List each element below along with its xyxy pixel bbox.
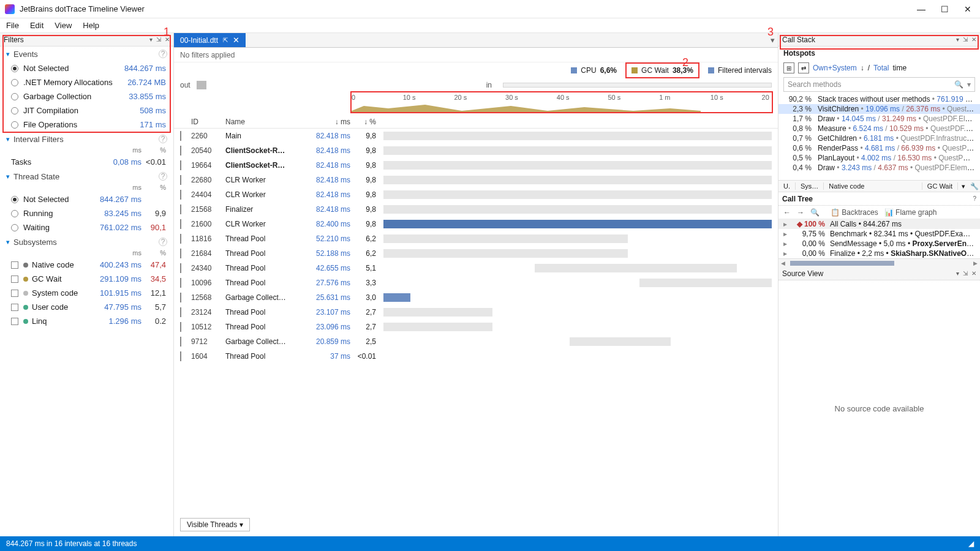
thread-row[interactable]: 2260Main82.418 ms9,8 xyxy=(174,129,778,143)
thread-row[interactable]: 1604Thread Pool37 ms<0.01 xyxy=(174,349,778,364)
threadstate-0[interactable]: Not Selected844.267 ms xyxy=(0,192,173,206)
sourceview-pin-icon[interactable]: ⇲ xyxy=(963,270,968,277)
thread-row[interactable]: 9712Garbage Collect…20.859 ms2,5 xyxy=(174,334,778,349)
expand-icon[interactable]: ▸ xyxy=(783,239,791,248)
thread-row[interactable]: 22680CLR Worker82.418 ms9,8 xyxy=(174,173,778,187)
cpu-chip[interactable]: CPU 6,6% xyxy=(571,66,617,75)
sourceview-dropdown-icon[interactable]: ▾ xyxy=(956,270,959,277)
tab-pin-icon[interactable]: ⇱ xyxy=(223,37,228,43)
help-icon[interactable]: ? xyxy=(159,172,167,181)
thread-row[interactable]: 10512Thread Pool23.096 ms2,7 xyxy=(174,320,778,334)
col-ms-label[interactable]: ↓ ms xyxy=(311,118,355,126)
visible-threads-button[interactable]: Visible Threads ▾ xyxy=(180,518,250,531)
search-options-icon[interactable]: ▾ xyxy=(967,80,971,89)
tree-row[interactable]: ▸0,00 %Finalize • 2,2 ms • SkiaSharp.SKN… xyxy=(778,249,980,258)
thread-state-header[interactable]: ▾ Thread State ? xyxy=(0,169,173,184)
thread-checkbox[interactable] xyxy=(180,263,181,273)
sourceview-close-icon[interactable]: ✕ xyxy=(971,270,976,277)
thread-row[interactable]: 10096Thread Pool27.576 ms3,3 xyxy=(174,276,778,290)
event-4[interactable]: File Operations171 ms xyxy=(0,118,173,132)
merge-icon[interactable]: ⊞ xyxy=(783,62,794,73)
menu-file[interactable]: File xyxy=(6,21,19,30)
split-dropdown-icon[interactable]: ▾ xyxy=(958,182,969,190)
filters-dropdown-icon[interactable]: ▾ xyxy=(149,36,153,43)
col-pct-label[interactable]: ↓ % xyxy=(355,118,381,126)
zoom-slider-handle[interactable] xyxy=(197,81,206,89)
thread-checkbox[interactable] xyxy=(180,175,181,185)
help-icon[interactable]: ? xyxy=(159,135,167,143)
subsystem-0[interactable]: Native code400.243 ms47,4 xyxy=(0,258,173,272)
nav-back-icon[interactable]: ← xyxy=(783,208,791,217)
event-0[interactable]: Not Selected844.267 ms xyxy=(0,61,173,75)
col-name-label[interactable]: Name xyxy=(225,118,311,126)
subsystems-header[interactable]: ▾ Subsystems ? xyxy=(0,234,173,249)
thread-checkbox[interactable] xyxy=(180,160,181,170)
snapshot-tab[interactable]: 00-Initial.dtt ⇱ ✕ xyxy=(174,33,246,47)
thread-checkbox[interactable] xyxy=(180,293,181,302)
calltree-hscroll[interactable]: ◀ ▶ xyxy=(778,258,980,267)
callstack-pin-icon[interactable]: ⇲ xyxy=(963,36,968,43)
event-2[interactable]: Garbage Collection33.855 ms xyxy=(0,89,173,103)
close-button[interactable]: ✕ xyxy=(960,4,975,14)
hotspot-row[interactable]: 0,4 %Draw • 3.243 ms / 4.637 ms • QuestP… xyxy=(778,163,980,173)
filtered-intervals-chip[interactable]: Filtered intervals xyxy=(708,66,772,75)
menu-view[interactable]: View xyxy=(55,21,72,30)
hotspot-row[interactable]: 2,3 %VisitChildren • 19.096 ms / 26.376 … xyxy=(778,104,980,114)
events-section-header[interactable]: ▾ Events ? xyxy=(0,47,173,61)
subsystem-1[interactable]: GC Wait291.109 ms34,5 xyxy=(0,272,173,286)
flamegraph-button[interactable]: Flame graph xyxy=(895,208,937,217)
filters-pin-icon[interactable]: ⇲ xyxy=(156,36,161,43)
backtraces-button[interactable]: Backtraces xyxy=(842,208,878,217)
thread-checkbox[interactable] xyxy=(180,204,181,214)
thread-checkbox[interactable] xyxy=(180,351,181,361)
thread-row[interactable]: 11816Thread Pool52.210 ms6,2 xyxy=(174,231,778,246)
split-settings-icon[interactable]: 🔧 xyxy=(969,182,980,190)
thread-checkbox[interactable] xyxy=(180,146,181,156)
callstack-dropdown-icon[interactable]: ▾ xyxy=(956,36,959,43)
thread-checkbox[interactable] xyxy=(180,307,181,317)
calltree-help-icon[interactable]: ? xyxy=(973,195,976,202)
thread-checkbox[interactable] xyxy=(180,190,181,200)
hotspot-row[interactable]: 0,6 %RenderPass • 4.681 ms / 66.939 ms •… xyxy=(778,143,980,153)
threadstate-1[interactable]: Running83.245 ms9,9 xyxy=(0,206,173,220)
thread-checkbox[interactable] xyxy=(180,322,181,332)
tree-row[interactable]: ▸◆ 100 %All Calls • 844.267 ms xyxy=(778,219,980,229)
tree-row[interactable]: ▸9,75 %Benchmark • 82.341 ms • QuestPDF.… xyxy=(778,229,980,239)
thread-checkbox[interactable] xyxy=(180,278,181,288)
thread-row[interactable]: 12568Garbage Collect…25.631 ms3,0 xyxy=(174,290,778,305)
sort-arrow-icon[interactable]: ↓ xyxy=(861,64,864,72)
event-3[interactable]: JIT Compilation508 ms xyxy=(0,103,173,118)
thread-row[interactable]: 24340Thread Pool42.655 ms5,1 xyxy=(174,261,778,276)
help-icon[interactable]: ? xyxy=(159,50,167,58)
tab-close-icon[interactable]: ✕ xyxy=(233,36,239,45)
maximize-button[interactable]: ☐ xyxy=(937,4,952,14)
hotspot-row[interactable]: 90,2 %Stack traces without user methods … xyxy=(778,94,980,104)
thread-row[interactable]: 24404CLR Worker82.418 ms9,8 xyxy=(174,187,778,202)
menu-edit[interactable]: Edit xyxy=(30,21,43,30)
nav-fwd-icon[interactable]: → xyxy=(797,208,804,217)
subsystem-2[interactable]: System code101.915 ms12,1 xyxy=(0,286,173,300)
search-methods-input[interactable]: Search methods 🔍 ▾ xyxy=(783,77,975,92)
thread-checkbox[interactable] xyxy=(180,234,181,244)
threadstate-2[interactable]: Waiting761.022 ms90,1 xyxy=(0,220,173,234)
hotspot-row[interactable]: 0,8 %Measure • 6.524 ms / 10.529 ms • Qu… xyxy=(778,124,980,133)
subsystem-4[interactable]: Linq1.296 ms0.2 xyxy=(0,314,173,328)
thread-row[interactable]: 21568Finalizer82.418 ms9,8 xyxy=(174,202,778,217)
expand-icon[interactable]: ▸ xyxy=(783,249,791,258)
help-icon[interactable]: ? xyxy=(159,238,167,246)
tree-icon[interactable]: ⇄ xyxy=(798,62,809,73)
callstack-close-icon[interactable]: ✕ xyxy=(971,36,976,43)
thread-row[interactable]: 19664ClientSocket-R…82.418 ms9,8 xyxy=(174,158,778,173)
thread-checkbox[interactable] xyxy=(180,131,181,141)
thread-row[interactable]: 21684Thread Pool52.188 ms6,2 xyxy=(174,246,778,261)
col-id-label[interactable]: ID xyxy=(191,118,225,126)
thread-checkbox[interactable] xyxy=(180,219,181,229)
expand-icon[interactable]: ▸ xyxy=(783,230,791,238)
thread-row[interactable]: 23124Thread Pool23.107 ms2,7 xyxy=(174,305,778,320)
subsystem-3[interactable]: User code47.795 ms5,7 xyxy=(0,300,173,314)
event-1[interactable]: .NET Memory Allocations26.724 MB xyxy=(0,75,173,89)
thread-row[interactable]: 20540ClientSocket-R…82.418 ms9,8 xyxy=(174,143,778,158)
nav-search-icon[interactable]: 🔍 xyxy=(810,208,820,217)
hotspot-row[interactable]: 1,7 %Draw • 14.045 ms / 31.249 ms • Ques… xyxy=(778,114,980,124)
menu-help[interactable]: Help xyxy=(83,21,99,30)
